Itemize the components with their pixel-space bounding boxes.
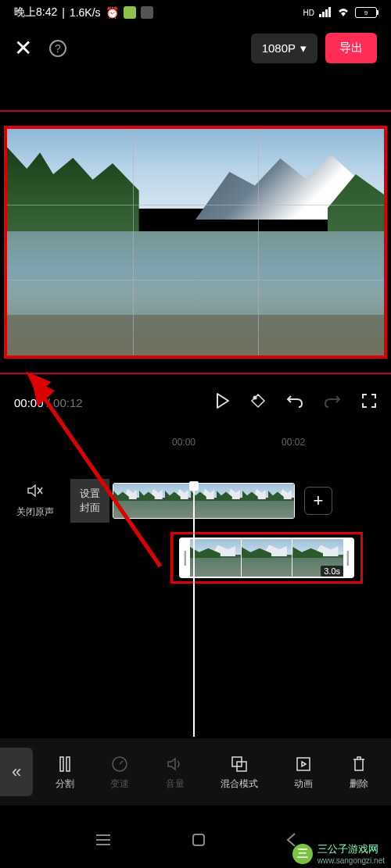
mute-original-button[interactable]: 关闭原声: [0, 483, 70, 519]
battery-icon: 9: [355, 7, 377, 18]
svg-rect-19: [193, 834, 204, 845]
svg-rect-15: [297, 758, 310, 770]
volume-tool: 音量: [166, 754, 185, 791]
annotation-box-preview: [4, 126, 387, 359]
fullscreen-button[interactable]: [361, 393, 377, 412]
clip-handle-right[interactable]: ┃: [343, 539, 353, 577]
svg-rect-3: [328, 7, 331, 17]
status-app-icon-2: [141, 6, 153, 19]
hd-indicator: HD: [303, 9, 314, 17]
export-button[interactable]: 导出: [325, 33, 377, 63]
collapse-tools-button[interactable]: «: [0, 748, 33, 796]
ruler-mark: 00:00: [172, 437, 196, 448]
play-button[interactable]: [216, 393, 230, 412]
add-clip-button[interactable]: +: [304, 487, 332, 515]
keyframe-button[interactable]: [250, 393, 266, 412]
nav-menu-button[interactable]: [95, 834, 112, 849]
close-button[interactable]: ✕: [14, 35, 32, 61]
preview-zone: [0, 110, 391, 374]
resolution-button[interactable]: 1080P ▾: [251, 34, 317, 63]
set-cover-button[interactable]: 设置 封面: [70, 479, 109, 523]
selected-clip[interactable]: ┃ 3.0s ┃: [179, 538, 354, 578]
annotation-box-clip: ┃ 3.0s ┃: [170, 532, 363, 584]
clip-duration-badge: 3.0s: [321, 566, 343, 577]
watermark: 三 三公子游戏网 www.sangongzi.net: [286, 839, 391, 868]
svg-point-7: [253, 396, 257, 400]
ruler-mark: 00:02: [282, 437, 305, 448]
trash-icon: [350, 754, 368, 774]
time-display: 00:00 / 00:12: [14, 396, 83, 409]
mute-label: 关闭原声: [0, 505, 70, 519]
svg-rect-2: [325, 9, 328, 17]
blend-tool[interactable]: 混合模式: [221, 754, 258, 791]
speaker-off-icon: [0, 483, 70, 502]
speed-icon: [110, 754, 129, 774]
watermark-logo-icon: 三: [292, 844, 313, 864]
current-time: 00:00: [14, 396, 44, 409]
split-tool[interactable]: 分割: [56, 754, 74, 791]
split-icon: [56, 754, 74, 774]
resolution-label: 1080P: [262, 41, 296, 55]
speed-tool: 变速: [110, 754, 129, 791]
watermark-text: 三公子游戏网: [317, 842, 385, 856]
watermark-url: www.sangongzi.net: [317, 856, 385, 865]
playhead[interactable]: [193, 483, 195, 737]
svg-rect-0: [319, 14, 321, 17]
timeline[interactable]: 00:00 00:02 关闭原声 设置 封面 + ┃: [0, 423, 391, 584]
help-button[interactable]: ?: [49, 40, 66, 57]
status-app-icon: [124, 6, 136, 19]
tool-bar: « 分割 变速 音量 混合模式 动画 删除: [0, 738, 391, 805]
player-controls: 00:00 / 00:12: [0, 382, 391, 423]
wifi-icon: [336, 6, 350, 20]
delete-tool[interactable]: 删除: [350, 754, 368, 791]
undo-button[interactable]: [286, 393, 303, 412]
status-bar: 晚上8:42 | 1.6K/s ⏰ HD 9: [0, 0, 391, 25]
animation-tool[interactable]: 动画: [294, 754, 313, 791]
status-time: 晚上8:42: [14, 5, 57, 20]
alarm-icon: ⏰: [106, 6, 119, 19]
animation-icon: [294, 754, 313, 774]
track-thumbnails[interactable]: [113, 483, 295, 519]
chevron-down-icon: ▾: [300, 41, 307, 55]
status-netspeed: 1.6K/s: [70, 6, 101, 19]
svg-rect-1: [322, 12, 325, 17]
svg-rect-11: [66, 757, 70, 771]
total-duration: 00:12: [53, 396, 83, 409]
blend-icon: [221, 754, 258, 774]
nav-home-button[interactable]: [191, 832, 206, 851]
volume-icon: [166, 754, 185, 774]
video-preview[interactable]: [7, 129, 384, 355]
redo-button[interactable]: [324, 393, 341, 412]
time-ruler: 00:00 00:02: [0, 437, 391, 448]
clip-handle-left[interactable]: ┃: [181, 539, 190, 577]
app-header: ✕ ? 1080P ▾ 导出: [0, 25, 391, 71]
signal-icon: [319, 6, 332, 20]
svg-rect-10: [60, 757, 63, 771]
